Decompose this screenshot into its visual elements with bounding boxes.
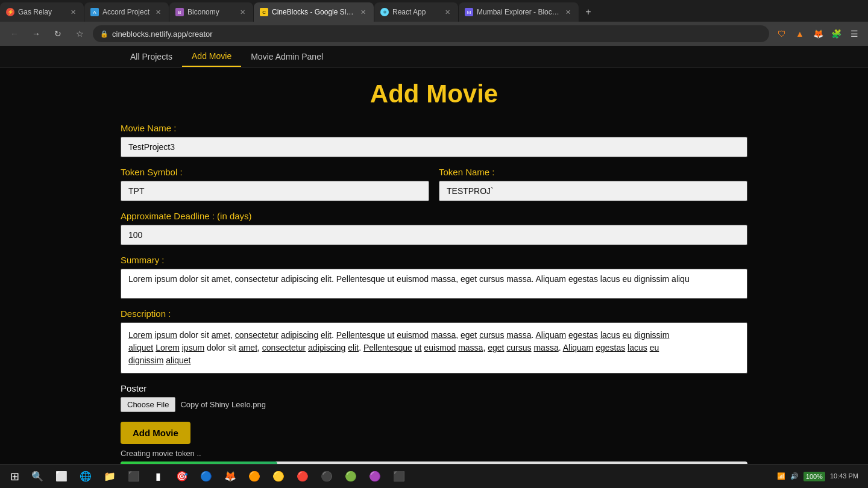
new-tab-button[interactable]: + [579, 2, 597, 22]
taskbar-app4[interactable]: 🔴 [292, 466, 313, 487]
taskbar-sound-icon[interactable]: 🔊 [790, 472, 799, 480]
add-movie-button[interactable]: Add Movie [121, 422, 190, 444]
tab-title-mumbai: Mumbai Explorer - BlockScout [477, 8, 559, 16]
start-button[interactable]: ⊞ [5, 467, 24, 486]
desc-word-ut2: ut [415, 343, 422, 352]
deadline-label: Approximate Deadline : (in days) [121, 211, 747, 221]
taskbar-edge[interactable]: 🌐 [75, 466, 96, 487]
desc-word-ipsum2: ipsum [182, 343, 204, 352]
taskbar-explorer[interactable]: 📁 [99, 466, 121, 487]
page-title: Add Movie [121, 80, 747, 108]
tab-react-app[interactable]: ⚛ React App ✕ [374, 2, 459, 22]
desc-word-eget1: eget [461, 330, 477, 340]
lock-icon: 🔒 [100, 30, 108, 38]
desc-word-euismod2: euismod [424, 343, 456, 352]
summary-label: Summary : [121, 255, 747, 265]
bookmark-button[interactable]: ☆ [71, 25, 88, 42]
desc-word-ipsum1: ipsum [155, 330, 177, 340]
choose-file-button[interactable]: Choose File [121, 397, 175, 412]
token-symbol-input[interactable] [121, 181, 429, 201]
desc-word-elit2: elit [348, 343, 359, 352]
status-text: Creating movie token .. [121, 449, 747, 458]
taskbar-app7[interactable]: 🟣 [364, 466, 386, 487]
tab-cineblocks[interactable]: C CineBlocks - Google Slides ✕ [254, 2, 374, 22]
tab-title-react-app: React App [392, 8, 439, 16]
description-display[interactable]: Lorem ipsum dolor sit amet, consectetur … [121, 322, 747, 374]
taskbar-network-icon[interactable]: 📶 [777, 472, 785, 480]
taskbar-app6[interactable]: 🟢 [340, 466, 362, 487]
desc-word-consectetur2: consectetur [262, 343, 306, 352]
tab-accord-project[interactable]: A Accord Project ✕ [84, 2, 169, 22]
tab-favicon-biconomy: B [175, 8, 184, 16]
tab-close-mumbai[interactable]: ✕ [563, 7, 573, 17]
taskbar-app1[interactable]: 🎯 [171, 466, 193, 487]
token-name-group: Token Name : [439, 167, 747, 201]
deadline-input[interactable] [121, 225, 747, 245]
back-button[interactable]: ← [6, 25, 23, 42]
token-name-col: Token Name : [439, 167, 747, 211]
desc-word-lorem2: Lorem [156, 343, 180, 352]
desc-word-amet1: amet [212, 330, 230, 340]
desc-word-egestas2: egestas [596, 343, 625, 352]
tab-close-biconomy[interactable]: ✕ [237, 7, 247, 17]
brave-menu-icon[interactable]: ☰ [846, 26, 862, 42]
nav-admin-panel[interactable]: Movie Admin Panel [241, 47, 333, 66]
desc-word-eu2: eu [650, 343, 659, 352]
nav-all-projects[interactable]: All Projects [121, 47, 182, 66]
nav-add-movie[interactable]: Add Movie [182, 46, 241, 67]
tab-close-accord[interactable]: ✕ [153, 7, 163, 17]
taskbar-app5[interactable]: ⚫ [316, 466, 338, 487]
desc-word-lacus1: lacus [600, 330, 620, 340]
tab-title-biconomy: Biconomy [187, 8, 234, 16]
address-bar[interactable]: 🔒 cineblocks.netlify.app/creator [93, 25, 769, 42]
tab-favicon-mumbai: M [465, 8, 473, 16]
extensions-icon[interactable]: 🧩 [828, 26, 844, 42]
tab-close-cineblocks[interactable]: ✕ [358, 7, 368, 17]
summary-group: Summary : Lorem ipsum dolor sit amet, co… [121, 255, 747, 299]
movie-name-input[interactable] [121, 137, 747, 157]
brave-shield-icon[interactable]: 🛡 [774, 26, 790, 42]
tab-gas-relay[interactable]: ⚡ Gas Relay ✕ [0, 2, 84, 22]
taskbar-cmd[interactable]: ▮ [147, 466, 169, 487]
desc-word-pellentesque2: Pellentesque [363, 343, 412, 352]
taskbar-clock[interactable]: 10:43 PM [830, 472, 858, 480]
desc-word-aliquet2: aliquet [166, 355, 190, 365]
brave-rewards-icon[interactable]: ▲ [792, 26, 808, 42]
tab-mumbai[interactable]: M Mumbai Explorer - BlockScout ✕ [459, 2, 579, 22]
poster-section: Poster Choose File Copy of Shiny Leelo.p… [121, 383, 747, 412]
tab-title-accord-project: Accord Project [102, 8, 149, 16]
desc-word-elit1: elit [321, 330, 332, 340]
nav-bar: ← → ↻ ☆ 🔒 cineblocks.netlify.app/creator… [0, 22, 868, 46]
url-text: cineblocks.netlify.app/creator [112, 30, 213, 39]
desc-word-ut1: ut [388, 330, 395, 340]
taskbar-vscode[interactable]: ⬛ [123, 466, 145, 487]
taskbar-search[interactable]: 🔍 [27, 466, 48, 487]
tab-favicon-react: ⚛ [380, 8, 389, 16]
tab-bar: ⚡ Gas Relay ✕ A Accord Project ✕ B Bicon… [0, 0, 868, 22]
taskbar-app8[interactable]: ⬛ [388, 466, 410, 487]
tab-close-gas-relay[interactable]: ✕ [68, 7, 78, 17]
desc-word-massa4: massa [533, 343, 558, 352]
token-symbol-col: Token Symbol : [121, 167, 429, 211]
desc-word-adipiscing1: adipiscing [281, 330, 318, 340]
desc-word-amet2: amet [239, 343, 257, 352]
tab-close-react[interactable]: ✕ [442, 7, 452, 17]
desc-word-adipiscing2: adipiscing [308, 343, 345, 352]
forward-button[interactable]: → [28, 25, 45, 42]
description-group: Description : Lorem ipsum dolor sit amet… [121, 308, 747, 374]
taskbar-chrome[interactable]: 🔵 [195, 466, 217, 487]
tab-biconomy[interactable]: B Biconomy ✕ [169, 2, 254, 22]
poster-label: Poster [121, 383, 747, 393]
file-input-row: Choose File Copy of Shiny Leelo.png [121, 397, 747, 412]
token-symbol-group: Token Symbol : [121, 167, 429, 201]
metamask-icon[interactable]: 🦊 [810, 26, 826, 42]
reload-button[interactable]: ↻ [49, 25, 66, 42]
description-label: Description : [121, 308, 747, 319]
taskbar-task-view[interactable]: ⬜ [51, 466, 72, 487]
taskbar-firefox[interactable]: 🦊 [219, 466, 241, 487]
token-name-input[interactable] [439, 181, 747, 201]
desc-word-massa2: massa [506, 330, 531, 340]
taskbar-app3[interactable]: 🟡 [268, 466, 289, 487]
deadline-group: Approximate Deadline : (in days) [121, 211, 747, 245]
taskbar-app2[interactable]: 🟠 [244, 466, 265, 487]
